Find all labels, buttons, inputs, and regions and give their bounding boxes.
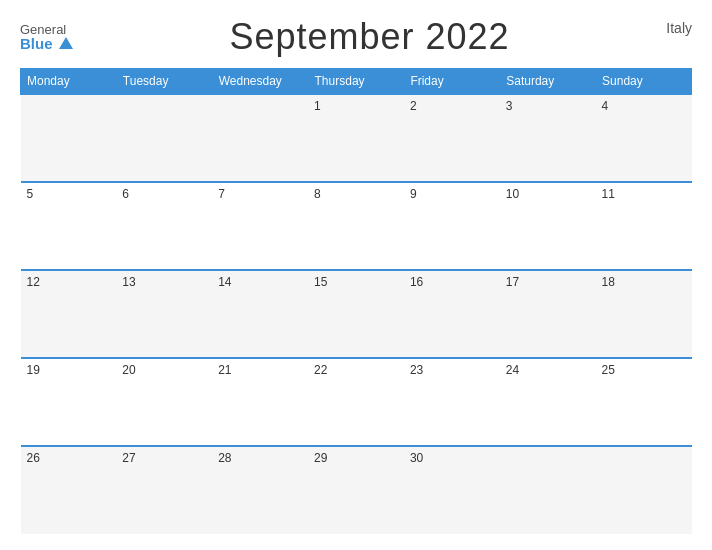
calendar-day-cell: 9 bbox=[404, 182, 500, 270]
day-number: 22 bbox=[314, 363, 327, 377]
calendar-day-cell: 17 bbox=[500, 270, 596, 358]
weekday-header-friday: Friday bbox=[404, 69, 500, 95]
weekday-header-tuesday: Tuesday bbox=[116, 69, 212, 95]
calendar-day-cell: 21 bbox=[212, 358, 308, 446]
calendar-day-cell: 18 bbox=[596, 270, 692, 358]
day-number: 25 bbox=[602, 363, 615, 377]
day-number: 5 bbox=[27, 187, 34, 201]
weekday-header-thursday: Thursday bbox=[308, 69, 404, 95]
calendar-title: September 2022 bbox=[229, 16, 509, 58]
calendar-day-cell: 13 bbox=[116, 270, 212, 358]
logo-blue-text: Blue bbox=[20, 36, 73, 51]
day-number: 21 bbox=[218, 363, 231, 377]
day-number: 6 bbox=[122, 187, 129, 201]
day-number: 27 bbox=[122, 451, 135, 465]
calendar-table: MondayTuesdayWednesdayThursdayFridaySatu… bbox=[20, 68, 692, 534]
day-number: 18 bbox=[602, 275, 615, 289]
calendar-day-cell: 15 bbox=[308, 270, 404, 358]
weekday-header-saturday: Saturday bbox=[500, 69, 596, 95]
calendar-day-cell: 3 bbox=[500, 94, 596, 182]
calendar-day-cell: 26 bbox=[21, 446, 117, 534]
day-number: 1 bbox=[314, 99, 321, 113]
day-number: 8 bbox=[314, 187, 321, 201]
day-number: 16 bbox=[410, 275, 423, 289]
calendar-day-cell: 10 bbox=[500, 182, 596, 270]
day-number: 23 bbox=[410, 363, 423, 377]
country-label: Italy bbox=[666, 20, 692, 36]
day-number: 11 bbox=[602, 187, 615, 201]
calendar-day-cell: 7 bbox=[212, 182, 308, 270]
day-number: 4 bbox=[602, 99, 609, 113]
day-number: 30 bbox=[410, 451, 423, 465]
logo-triangle-icon bbox=[59, 37, 73, 49]
calendar-day-cell: 19 bbox=[21, 358, 117, 446]
day-number: 28 bbox=[218, 451, 231, 465]
calendar-week-row: 12131415161718 bbox=[21, 270, 692, 358]
calendar-week-row: 2627282930 bbox=[21, 446, 692, 534]
calendar-day-cell: 30 bbox=[404, 446, 500, 534]
calendar-day-cell: 22 bbox=[308, 358, 404, 446]
day-number: 13 bbox=[122, 275, 135, 289]
calendar-week-row: 1234 bbox=[21, 94, 692, 182]
weekday-header-sunday: Sunday bbox=[596, 69, 692, 95]
calendar-day-cell: 28 bbox=[212, 446, 308, 534]
day-number: 17 bbox=[506, 275, 519, 289]
calendar-day-cell: 8 bbox=[308, 182, 404, 270]
calendar-day-cell bbox=[212, 94, 308, 182]
calendar-day-cell: 27 bbox=[116, 446, 212, 534]
calendar-day-cell: 2 bbox=[404, 94, 500, 182]
day-number: 15 bbox=[314, 275, 327, 289]
calendar-day-cell: 6 bbox=[116, 182, 212, 270]
day-number: 7 bbox=[218, 187, 225, 201]
calendar-header-row: MondayTuesdayWednesdayThursdayFridaySatu… bbox=[21, 69, 692, 95]
calendar-day-cell: 1 bbox=[308, 94, 404, 182]
calendar-day-cell: 5 bbox=[21, 182, 117, 270]
logo: General Blue bbox=[20, 23, 73, 51]
day-number: 26 bbox=[27, 451, 40, 465]
day-number: 19 bbox=[27, 363, 40, 377]
calendar-day-cell bbox=[500, 446, 596, 534]
calendar-day-cell: 25 bbox=[596, 358, 692, 446]
calendar-day-cell bbox=[596, 446, 692, 534]
day-number: 9 bbox=[410, 187, 417, 201]
calendar-day-cell: 24 bbox=[500, 358, 596, 446]
day-number: 2 bbox=[410, 99, 417, 113]
calendar-day-cell bbox=[21, 94, 117, 182]
calendar-header: General Blue September 2022 Italy bbox=[20, 16, 692, 58]
calendar-day-cell: 12 bbox=[21, 270, 117, 358]
calendar-day-cell: 14 bbox=[212, 270, 308, 358]
day-number: 24 bbox=[506, 363, 519, 377]
day-number: 20 bbox=[122, 363, 135, 377]
calendar-day-cell: 23 bbox=[404, 358, 500, 446]
weekday-header-monday: Monday bbox=[21, 69, 117, 95]
day-number: 10 bbox=[506, 187, 519, 201]
day-number: 14 bbox=[218, 275, 231, 289]
calendar-day-cell: 20 bbox=[116, 358, 212, 446]
day-number: 12 bbox=[27, 275, 40, 289]
weekday-header-wednesday: Wednesday bbox=[212, 69, 308, 95]
calendar-day-cell bbox=[116, 94, 212, 182]
calendar-day-cell: 11 bbox=[596, 182, 692, 270]
calendar-week-row: 19202122232425 bbox=[21, 358, 692, 446]
calendar-day-cell: 16 bbox=[404, 270, 500, 358]
day-number: 3 bbox=[506, 99, 513, 113]
calendar-week-row: 567891011 bbox=[21, 182, 692, 270]
calendar-day-cell: 4 bbox=[596, 94, 692, 182]
day-number: 29 bbox=[314, 451, 327, 465]
calendar-day-cell: 29 bbox=[308, 446, 404, 534]
